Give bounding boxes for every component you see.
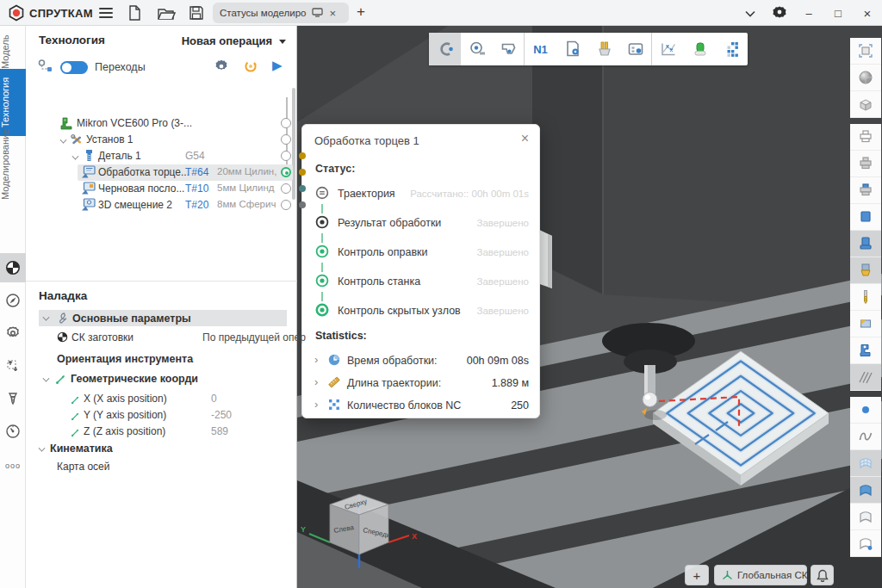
- tree-label: Черновая посло...: [98, 183, 184, 195]
- surfaces-points-button[interactable]: [850, 530, 881, 557]
- tape-measure-button[interactable]: [461, 33, 493, 65]
- caliper-button[interactable]: [493, 33, 525, 65]
- tool-icon[interactable]: [0, 384, 26, 413]
- postprocessor-button[interactable]: [556, 33, 588, 65]
- recalculate-icon[interactable]: [243, 59, 258, 77]
- control-panel-button[interactable]: [620, 33, 652, 65]
- tool-orientation-label[interactable]: Ориентация инструмента: [57, 353, 193, 365]
- workpiece-cs-value[interactable]: По предыдущей опер: [202, 331, 306, 344]
- workpiece-solid-button[interactable]: [850, 231, 881, 257]
- document-tab[interactable]: Статусы моделиро ×: [213, 3, 349, 23]
- stat-row-toolpath-length[interactable]: › Длина траектории: 1.889 м: [302, 371, 541, 393]
- transform-arrows-icon[interactable]: [0, 351, 26, 381]
- compass-icon[interactable]: [0, 286, 26, 315]
- maximize-button[interactable]: □: [823, 7, 853, 20]
- curves-display-button[interactable]: [850, 424, 881, 450]
- notifications-bell-icon[interactable]: [811, 565, 834, 585]
- transitions-toggle[interactable]: [60, 61, 88, 74]
- tab-model[interactable]: Модель: [0, 31, 26, 72]
- tree-label: Mikron VCE600 Pro (3-...: [77, 117, 192, 129]
- tree-row-operation[interactable]: Черновая посло... T#10 5мм Цилинд: [26, 181, 297, 197]
- tree-row-setup[interactable]: Установ 1: [26, 132, 297, 148]
- surfaces-solid-button[interactable]: [850, 477, 881, 504]
- save-icon[interactable]: [188, 4, 207, 22]
- chevron-expanded-icon[interactable]: [60, 137, 67, 144]
- status-row-machine-check: Контроль станка Завершено: [302, 266, 541, 295]
- route-icon[interactable]: [37, 59, 54, 79]
- drill-tool-button[interactable]: [850, 284, 881, 311]
- global-cs-button[interactable]: Глобальная СК: [714, 565, 807, 585]
- nc-blocks-button[interactable]: [716, 33, 748, 65]
- machine-visibility-button[interactable]: [850, 337, 881, 364]
- tree-node-circle[interactable]: [281, 183, 291, 194]
- gauge-icon[interactable]: [0, 417, 26, 446]
- tree-node-circle[interactable]: [281, 151, 291, 161]
- axis-z-value[interactable]: 589: [211, 425, 228, 437]
- chevron-expanded-icon[interactable]: [43, 314, 50, 321]
- tooling-button[interactable]: [588, 33, 620, 65]
- tree-node-circle[interactable]: [281, 134, 291, 145]
- tab-close-icon[interactable]: ×: [330, 7, 337, 20]
- workpiece-blue-button[interactable]: [850, 177, 881, 204]
- toolpath-visibility-button[interactable]: [850, 364, 881, 391]
- operations-controls: Переходы ▶: [26, 55, 297, 81]
- tab-modeling[interactable]: Моделирование: [0, 115, 26, 214]
- workpiece-cs-icon[interactable]: [0, 253, 26, 282]
- main-menu-icon[interactable]: [99, 8, 113, 18]
- workpiece-hidden-button[interactable]: [850, 124, 881, 151]
- main-params-group[interactable]: Основные параметры: [39, 310, 287, 326]
- tree-row-operation-selected[interactable]: Обработка торце... T#64 20мм Цилин,: [26, 164, 297, 181]
- machining-result-status-icon: [315, 215, 329, 229]
- new-file-icon[interactable]: [126, 4, 145, 22]
- tool-holder-button[interactable]: [850, 257, 881, 284]
- shaded-view-button[interactable]: [850, 65, 881, 91]
- gear-icon[interactable]: [0, 319, 26, 348]
- axes-map-label[interactable]: Карта осей: [57, 461, 110, 473]
- more-tools-button[interactable]: ooo: [0, 461, 26, 470]
- expand-chevron-icon[interactable]: ›: [314, 375, 318, 388]
- graphs-button[interactable]: [652, 33, 684, 65]
- nc-program-button[interactable]: N1: [525, 33, 556, 65]
- axis-y-value[interactable]: -250: [211, 409, 232, 421]
- stat-label: Количество блоков NC: [347, 399, 461, 412]
- fixture-button[interactable]: [850, 311, 881, 337]
- magnet-snap-button[interactable]: [429, 33, 461, 65]
- tree-tool-desc: 8мм Сферич: [217, 199, 276, 209]
- mesh-display-button[interactable]: [850, 450, 881, 477]
- tree-row-operation[interactable]: 3D смещение 2 T#20 8мм Сферич: [26, 197, 297, 214]
- expand-chevron-icon[interactable]: ›: [314, 353, 318, 366]
- tree-row-machine[interactable]: Mikron VCE600 Pro (3-...: [26, 115, 297, 132]
- tree-row-part[interactable]: Деталь 1 G54: [26, 148, 297, 164]
- chevron-expanded-icon[interactable]: [72, 153, 79, 160]
- surfaces-shaded-button[interactable]: [850, 504, 881, 530]
- workpiece-gray-button[interactable]: [850, 151, 881, 177]
- stat-row-nc-blocks-count[interactable]: › Количество блоков NC 250: [302, 393, 541, 416]
- chevron-expanded-icon[interactable]: [43, 375, 50, 382]
- wireframe-box-button[interactable]: [850, 91, 881, 118]
- expand-chevron-icon[interactable]: ›: [314, 398, 318, 411]
- status-dot: [299, 201, 306, 208]
- operation-settings-gear-icon[interactable]: [214, 59, 229, 77]
- new-operation-caret-icon[interactable]: [279, 40, 286, 44]
- display-toolbar: [850, 38, 881, 563]
- new-tab-button[interactable]: +: [357, 3, 365, 21]
- minimize-button[interactable]: –: [794, 7, 823, 20]
- stat-row-machining-time[interactable]: › Время обработки: 00h 09m 08s: [302, 349, 541, 371]
- tree-node-circle-active[interactable]: [281, 167, 291, 177]
- axis-x-value[interactable]: 0: [211, 393, 217, 405]
- chevron-down-icon[interactable]: [736, 7, 765, 20]
- open-file-icon[interactable]: [157, 4, 176, 22]
- dialog-close-icon[interactable]: ×: [521, 131, 529, 146]
- run-simulation-play-icon[interactable]: ▶: [272, 58, 283, 73]
- machining-result-button[interactable]: [684, 33, 716, 65]
- new-operation-button[interactable]: Новая операция: [182, 34, 272, 47]
- close-button[interactable]: ×: [853, 6, 882, 21]
- part-solid-button[interactable]: [850, 204, 881, 231]
- chevron-expanded-icon[interactable]: [39, 445, 46, 452]
- add-cs-button[interactable]: +: [685, 565, 709, 585]
- tree-node-circle[interactable]: [281, 200, 291, 210]
- tree-node-circle[interactable]: [281, 118, 291, 128]
- settings-gear-icon[interactable]: [765, 5, 794, 22]
- fit-view-button[interactable]: [850, 38, 881, 65]
- points-display-button[interactable]: [850, 397, 881, 424]
